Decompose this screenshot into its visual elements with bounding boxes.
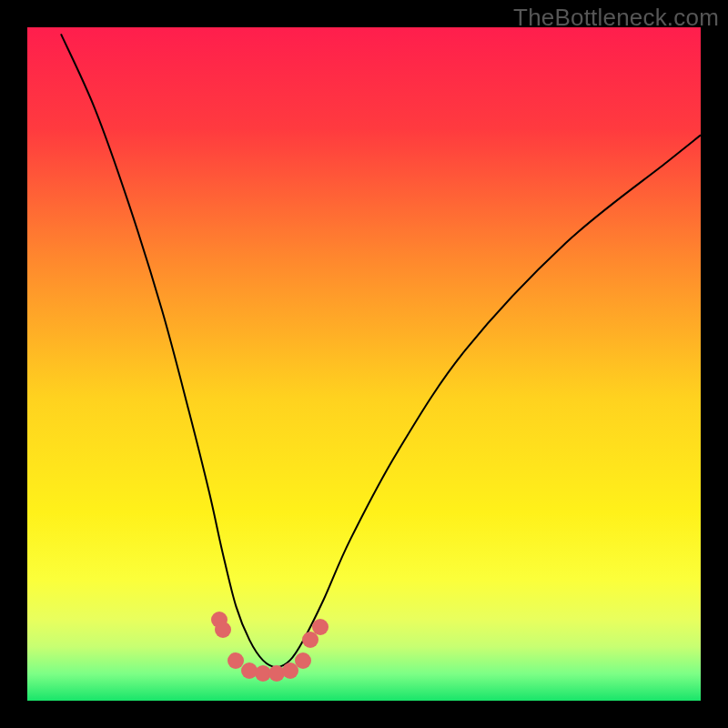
chart-background (27, 27, 701, 701)
chart-svg (27, 27, 701, 701)
scatter-point (215, 622, 231, 638)
scatter-point (312, 619, 329, 635)
scatter-point (302, 632, 318, 648)
chart-plot-area (27, 27, 701, 701)
scatter-point (295, 652, 311, 669)
outer-frame: TheBottleneck.com (0, 0, 728, 728)
